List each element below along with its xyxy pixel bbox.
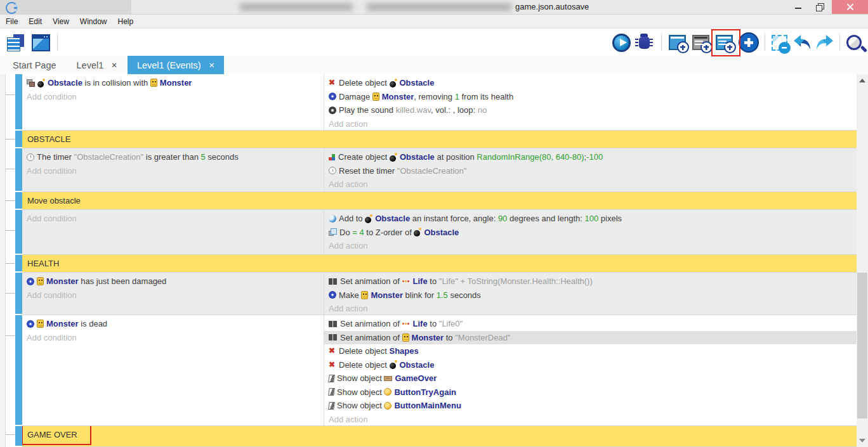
redo-button[interactable] <box>813 31 836 54</box>
add-comment-button[interactable] <box>689 31 712 54</box>
undo-button[interactable] <box>791 31 813 54</box>
action-row[interactable]: Make Monster blink for 1.5 seconds <box>324 288 857 302</box>
menu-edit[interactable]: Edit <box>29 17 42 26</box>
action-row[interactable]: Show object ButtonMainMenu <box>324 399 857 413</box>
add-action-button[interactable]: Add action <box>324 302 857 314</box>
add-condition-button[interactable]: Add condition <box>22 212 324 226</box>
condition-row[interactable]: The timer "ObstacleCreation" is greater … <box>22 150 324 164</box>
add-condition-button[interactable]: Add condition <box>22 288 324 302</box>
scrollbar-thumb[interactable] <box>857 273 867 418</box>
menu-bar: File Edit View Window Help <box>0 15 868 29</box>
event-selection-bar[interactable] <box>15 426 22 447</box>
text-segment: Play the sound <box>339 105 396 115</box>
add-action-button[interactable]: Add action <box>324 178 857 191</box>
event-selection-bar[interactable] <box>15 131 22 148</box>
action-row[interactable]: Set animation of Life to "Life" + ToStri… <box>324 275 857 288</box>
action-row[interactable]: Show object ButtonTryAgain <box>324 385 857 399</box>
tab-label: Start Page <box>13 60 56 70</box>
close-tab-icon[interactable] <box>209 61 215 70</box>
add-condition-button[interactable]: Add condition <box>22 90 324 104</box>
title-bar: game.json.autosave <box>0 0 868 15</box>
event-selection-bar[interactable] <box>15 315 22 426</box>
scroll-up-icon[interactable] <box>859 79 865 82</box>
menu-help[interactable]: Help <box>118 17 134 26</box>
unselect-all-button[interactable] <box>768 31 791 54</box>
add-action-button[interactable]: Add action <box>324 117 857 131</box>
collision-icon <box>27 79 35 87</box>
action-row[interactable]: Delete object Obstacle <box>324 358 857 372</box>
add-action-button[interactable]: Add action <box>324 413 857 426</box>
text-segment: Reset the timer <box>339 166 397 176</box>
conditions-column: Add condition <box>22 210 324 254</box>
debug-button[interactable] <box>633 31 655 54</box>
close-tab-icon[interactable] <box>111 61 117 70</box>
restore-button[interactable] <box>810 0 829 14</box>
event-selection-bar[interactable] <box>15 148 22 192</box>
event-selection-bar[interactable] <box>15 210 22 255</box>
tab-level1[interactable]: Level1 <box>67 56 128 74</box>
condition-row[interactable]: Obstacle is in collision with Monster <box>22 76 324 90</box>
action-row[interactable]: Do = 4 to Z-order of Obstacle <box>324 226 857 240</box>
scene-editor-button[interactable] <box>29 31 52 54</box>
scroll-down-icon[interactable] <box>859 439 865 443</box>
menu-view[interactable]: View <box>53 17 69 26</box>
vertical-scrollbar[interactable] <box>857 74 868 447</box>
menu-window[interactable]: Window <box>80 17 107 26</box>
text-segment: The timer <box>37 152 74 162</box>
action-row[interactable]: Play the sound killed.wav, vol.: , loop:… <box>324 103 857 117</box>
tab-start-page[interactable]: Start Page <box>3 56 67 74</box>
text-segment: Set animation of <box>340 333 402 342</box>
text-segment: is greater than <box>143 152 201 162</box>
text-segment: 1 <box>455 92 459 101</box>
menu-file[interactable]: File <box>6 17 18 26</box>
comment-block[interactable]: GAME OVER <box>22 426 857 447</box>
event-block[interactable]: The timer "ObstacleCreation" is greater … <box>22 148 857 192</box>
action-row[interactable]: Delete object Shapes <box>324 344 857 358</box>
comment-block[interactable]: HEALTH <box>22 255 857 273</box>
action-row[interactable]: Create object Obstacle at position Rando… <box>324 150 857 164</box>
add-action-button[interactable]: Add action <box>324 239 857 253</box>
text-segment: 1.5 <box>437 290 448 300</box>
add-event-button[interactable] <box>666 31 688 54</box>
action-row[interactable]: Set animation of Life to "Life0" <box>324 317 857 331</box>
event-block[interactable]: Monster has just been damagedAdd conditi… <box>22 273 857 315</box>
tab-level1-events[interactable]: Level1 (Events) <box>128 56 224 74</box>
event-block[interactable]: Monster is deadAdd conditionSet animatio… <box>22 315 857 426</box>
add-condition-button[interactable]: Add condition <box>22 331 324 345</box>
text-segment: "MonsterDead" <box>455 333 510 342</box>
bomb-icon <box>365 214 372 223</box>
action-row[interactable]: Reset the timer "ObstacleCreation" <box>324 164 857 178</box>
text-segment: 100 <box>585 214 599 223</box>
event-selection-bar[interactable] <box>15 74 22 131</box>
timer-icon <box>27 153 34 161</box>
play-button[interactable] <box>610 31 633 54</box>
action-row[interactable]: Set animation of Monster to "MonsterDead… <box>324 331 857 345</box>
condition-row[interactable]: Monster has just been damaged <box>22 275 324 288</box>
action-row[interactable]: Delete object Obstacle <box>324 76 857 90</box>
add-condition-button[interactable]: Add condition <box>22 164 324 178</box>
text-segment: has just been damaged <box>79 276 167 286</box>
event-block[interactable]: Add conditionAdd to Obstacle an instant … <box>22 210 857 255</box>
comment-block[interactable]: OBSTACLE <box>22 131 857 148</box>
comment-block[interactable]: Move obstacle <box>22 192 857 210</box>
minimize-button[interactable] <box>789 0 808 14</box>
event-selection-bar[interactable] <box>15 273 22 315</box>
redacted-title-text <box>240 3 353 11</box>
sound-icon <box>329 107 336 114</box>
condition-row[interactable]: Monster is dead <box>22 317 324 331</box>
action-row[interactable]: Add to Obstacle an instant force, angle:… <box>324 212 857 226</box>
event-block[interactable]: Obstacle is in collision with MonsterAdd… <box>22 74 857 131</box>
action-row[interactable]: Damage Monster, removing 1 from its heal… <box>324 90 857 104</box>
anim-icon <box>329 334 338 340</box>
event-selection-bar[interactable] <box>15 192 22 210</box>
placeholder-text: Add action <box>329 304 367 313</box>
close-button[interactable] <box>832 0 868 14</box>
add-other-event-button[interactable] <box>737 31 760 54</box>
action-row[interactable]: Show object GameOver <box>324 372 857 385</box>
text-segment: Obstacle <box>375 214 410 223</box>
actions-column: Delete object ObstacleDamage Monster, re… <box>324 74 857 130</box>
project-manager-button[interactable] <box>4 31 27 54</box>
event-selection-bar[interactable] <box>15 255 22 273</box>
text-segment: Obstacle <box>400 360 435 370</box>
search-button[interactable] <box>843 31 865 54</box>
